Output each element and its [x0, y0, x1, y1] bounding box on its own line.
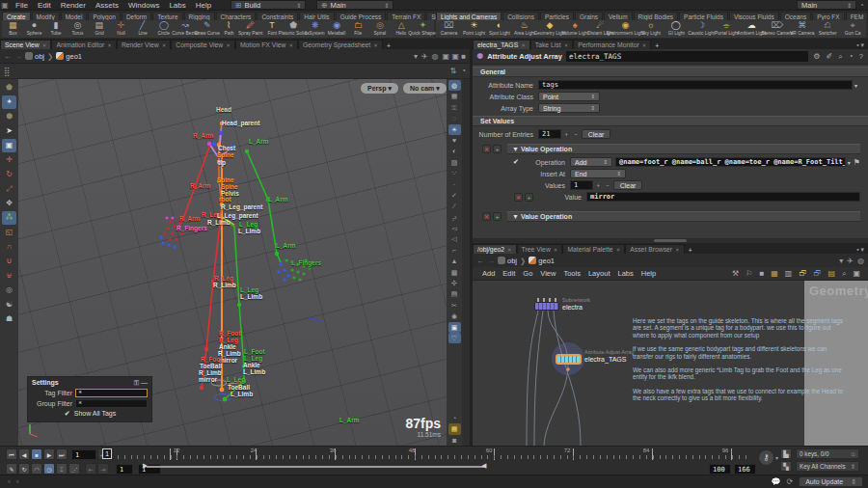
path-geo1[interactable]: geo1 — [56, 52, 82, 61]
menu-item[interactable]: Edit — [33, 1, 56, 10]
snapshot-blue-icon[interactable]: 🗗 — [811, 269, 823, 279]
scoped-channels-icon[interactable]: ▚ — [780, 461, 792, 472]
menu-item[interactable]: Assets — [91, 1, 123, 10]
shelf-tool[interactable]: 🖉Spray Paint — [239, 20, 260, 38]
magnifier-icon[interactable]: ⌕ — [837, 52, 843, 62]
field-menu-icon[interactable]: ▾ — [846, 159, 854, 166]
range-end-field[interactable]: 100 — [709, 464, 731, 474]
snap1-icon[interactable]: ∩ — [2, 240, 16, 254]
persp-view-menu[interactable]: Persp ▾ — [361, 83, 398, 94]
pin-icon[interactable]: ⚿ — — [134, 379, 148, 387]
shelf-tool[interactable]: ⌇Path — [218, 20, 239, 38]
translate-icon[interactable]: ✛ — [2, 153, 16, 167]
shelf-tab[interactable]: Viscous Fluids — [729, 12, 779, 20]
info-icon[interactable]: ◔ — [848, 52, 854, 61]
go-end-button[interactable]: ⏭ — [56, 448, 68, 460]
shelf-tool[interactable]: ❋L-System — [304, 20, 325, 38]
gear-icon[interactable]: ⚙ — [812, 52, 821, 61]
dot-icon[interactable]: · — [448, 179, 461, 190]
shelf-tab[interactable]: Grains — [575, 12, 603, 20]
viewcube-icon[interactable]: ▣ — [448, 322, 461, 333]
range-slider[interactable] — [147, 466, 484, 468]
pane-tab[interactable]: Scene View✕ — [0, 40, 51, 49]
auto-update-dropdown[interactable]: Auto Update⇕ — [799, 476, 863, 487]
pane-tab[interactable]: Geometry Spreadsheet✕ — [298, 40, 383, 49]
disc-icon[interactable]: ◉ — [448, 311, 461, 321]
fog-icon[interactable]: ✣ — [448, 278, 461, 288]
value-operation-header[interactable]: ▼ Value Operation — [507, 144, 860, 154]
help-circle-icon[interactable]: ◔ — [859, 1, 864, 10]
shelf-tool[interactable]: ☼Sky Light — [638, 20, 664, 38]
path-obj[interactable]: obj — [25, 52, 44, 61]
close-icon[interactable]: ✕ — [107, 41, 112, 50]
pin-icon[interactable]: ✈ — [847, 257, 854, 265]
key-button[interactable]: ⚷ — [758, 449, 774, 466]
dopesheet-icon[interactable]: ▙ — [780, 448, 792, 459]
help-icon[interactable]: ? — [858, 52, 864, 61]
shelf-tab[interactable]: Texture — [152, 12, 182, 20]
shelf-tool[interactable]: ☽Caustic Light — [689, 20, 714, 38]
cycle-icon[interactable]: ↻ — [18, 463, 30, 474]
next-key-button[interactable]: ⇥ — [97, 463, 109, 474]
snapshot-icon[interactable]: ◙ — [448, 435, 461, 446]
shelf-tab[interactable]: Pyro FX — [812, 12, 844, 20]
range-handle-right[interactable]: ◀ — [481, 462, 486, 470]
section-set-values[interactable]: Set Values — [473, 116, 868, 126]
node-electra[interactable] — [534, 302, 559, 311]
pane-tab[interactable]: Motion FX View✕ — [235, 40, 298, 49]
shelf-tool[interactable]: ✎Draw Curve — [197, 20, 218, 38]
scene-config-dropdown[interactable]: ⊞ Build⇕ — [231, 0, 306, 10]
play-button[interactable]: ▶ — [43, 448, 55, 460]
shelf-tab[interactable]: Oceans — [780, 12, 811, 20]
menu-item[interactable]: Help — [191, 1, 216, 10]
snap2-icon[interactable]: ∪ — [2, 255, 16, 268]
new-tab-button[interactable]: + — [651, 42, 663, 49]
new-tab-button[interactable]: + — [685, 247, 696, 254]
network-menu-item[interactable]: Add — [478, 269, 499, 278]
orbit-icon[interactable]: ☯ — [2, 298, 16, 312]
photo-icon[interactable]: ▤ — [448, 288, 461, 299]
corner-icon[interactable]: ⌐ — [448, 245, 461, 256]
vectors-icon[interactable]: ⁄ — [448, 201, 461, 211]
tools-icon[interactable]: ⚒ — [730, 269, 741, 279]
shelf-tool[interactable]: ◯GI Light — [664, 20, 689, 38]
menu-item[interactable]: File — [11, 1, 33, 10]
filter-input[interactable]: * — [75, 389, 148, 397]
shelf-tab[interactable]: Terrain FX — [387, 12, 425, 20]
texture-icon[interactable]: ▩ — [448, 267, 461, 278]
shelf-tool[interactable]: ◉Environment Light — [612, 20, 637, 38]
timeline-ruler[interactable]: 1224364860728496 1 — [109, 448, 750, 460]
forward-icon[interactable]: → — [14, 52, 22, 61]
palette-icon[interactable]: ▦ — [769, 269, 780, 279]
material-icon[interactable]: ▨ — [448, 157, 461, 168]
close-icon[interactable]: ✕ — [507, 245, 512, 255]
shelf-tool[interactable]: ☀Point Light — [461, 20, 486, 38]
shelf-tool[interactable]: ◎Torus — [67, 20, 88, 38]
view-mode-icon[interactable]: ✦ — [2, 95, 16, 109]
stop-button[interactable]: ■ — [31, 448, 42, 460]
toolbox-icon[interactable]: ⣿ — [4, 67, 11, 76]
search-icon[interactable]: ⌕ — [840, 269, 848, 279]
close-icon[interactable]: ✕ — [288, 41, 293, 50]
values-count-field[interactable]: 1 — [570, 180, 593, 190]
shelf-tool[interactable]: ✛Null — [110, 20, 131, 38]
clear-button[interactable]: Clear — [582, 129, 611, 139]
forward-icon[interactable]: → — [487, 257, 495, 265]
shelf-tool[interactable]: ↝Curve Bezier — [175, 20, 196, 38]
magnet-icon[interactable]: ⊎ — [2, 269, 16, 283]
shelf-tab[interactable]: Lights and Cameras — [436, 12, 502, 20]
insert-entry-icon[interactable]: + — [493, 145, 502, 153]
back-icon[interactable]: ← — [476, 257, 484, 265]
pane-options-icon[interactable]: ▪ ▾ — [856, 41, 868, 49]
back-icon[interactable]: ← — [4, 52, 12, 61]
normals-icon[interactable]: ✓ — [448, 190, 461, 201]
range-total-field[interactable]: 166 — [734, 464, 756, 474]
shelf-tool[interactable]: 🗀File — [347, 20, 368, 38]
vr-info-icon[interactable]: ◔ — [448, 413, 461, 423]
message-bubble-icon[interactable]: 💬 — [769, 477, 784, 486]
prims-icon[interactable]: ◅ — [448, 223, 461, 233]
keyframe-icon[interactable]: ✎ — [6, 463, 17, 474]
spinner-icons[interactable]: ＋ － — [593, 181, 613, 190]
box-select-icon[interactable]: ▣ — [2, 139, 16, 152]
go-start-button[interactable]: ⏮ — [6, 448, 17, 460]
